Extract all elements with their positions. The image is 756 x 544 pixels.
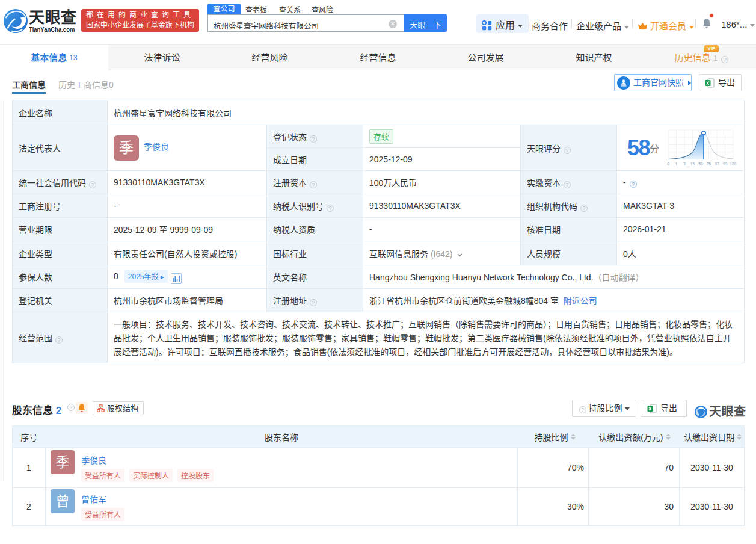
svg-text:1: 1: [675, 162, 678, 166]
svg-text:15: 15: [690, 162, 695, 166]
svg-text:100: 100: [730, 162, 737, 166]
svg-text:50: 50: [698, 162, 703, 166]
svg-text:0: 0: [667, 162, 669, 166]
svg-text:85: 85: [707, 162, 711, 166]
svg-text:3: 3: [683, 162, 686, 166]
svg-text:97: 97: [715, 162, 719, 166]
svg-text:99: 99: [723, 162, 728, 166]
